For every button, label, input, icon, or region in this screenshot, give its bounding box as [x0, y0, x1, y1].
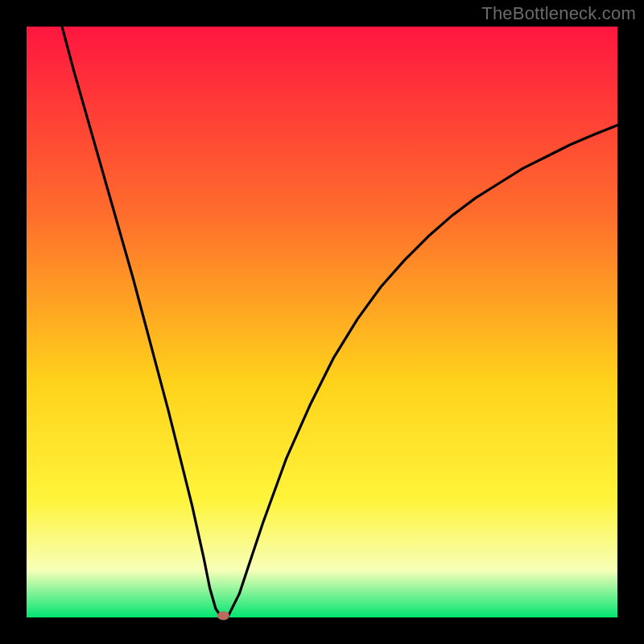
chart-frame: TheBottleneck.com [0, 0, 644, 644]
optimal-point-marker [217, 611, 229, 620]
plot-background [27, 27, 617, 617]
attribution-text: TheBottleneck.com [481, 3, 636, 24]
bottleneck-chart [0, 0, 644, 644]
